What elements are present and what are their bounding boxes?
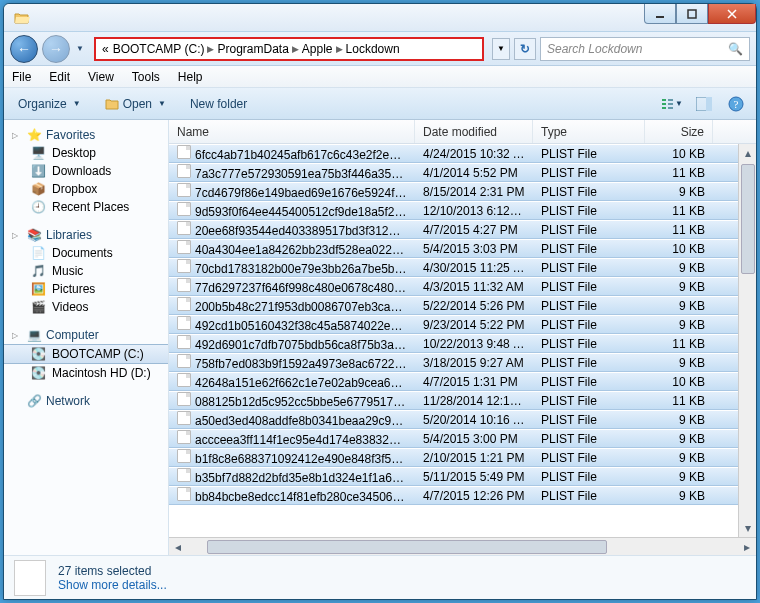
- help-button[interactable]: ?: [724, 93, 748, 115]
- minimize-button[interactable]: [644, 4, 676, 24]
- dropbox-icon: 📦: [30, 182, 46, 196]
- table-row[interactable]: b1f8c8e688371092412e490e848f3f5df38f3...…: [169, 448, 738, 467]
- sidebar-item[interactable]: 📦Dropbox: [4, 180, 168, 198]
- sidebar-item[interactable]: 🖥️Desktop: [4, 144, 168, 162]
- table-row[interactable]: b35bf7d882d2bfd35e8b1d324e1f1a69643...5/…: [169, 467, 738, 486]
- plist-file-icon: [177, 221, 191, 235]
- plist-file-icon: [177, 164, 191, 178]
- svg-rect-1: [688, 10, 696, 18]
- sidebar-item-label: Desktop: [52, 146, 96, 160]
- vertical-scrollbar[interactable]: ▴ ▾: [738, 144, 756, 537]
- svg-rect-0: [656, 16, 664, 18]
- sidebar-item[interactable]: 🕘Recent Places: [4, 198, 168, 216]
- menu-file[interactable]: File: [10, 68, 33, 86]
- search-placeholder: Search Lockdown: [547, 42, 642, 56]
- sidebar-item-label: Documents: [52, 246, 113, 260]
- column-type[interactable]: Type: [533, 120, 645, 143]
- sidebar-item-label: Videos: [52, 300, 88, 314]
- organize-button[interactable]: Organize▼: [12, 95, 87, 113]
- window-controls: [644, 4, 756, 24]
- svg-text:?: ?: [734, 98, 739, 110]
- breadcrumb-part[interactable]: Apple: [300, 42, 335, 56]
- plist-file-icon: [177, 259, 191, 273]
- sidebar[interactable]: ▷⭐Favorites 🖥️Desktop⬇️Downloads📦Dropbox…: [4, 120, 169, 555]
- file-list[interactable]: 6fcc4ab71b40245afb617c6c43e2f2e19c75...4…: [169, 144, 738, 537]
- preview-pane-button[interactable]: [692, 93, 716, 115]
- horizontal-scrollbar[interactable]: ◂ ▸: [169, 537, 756, 555]
- table-row[interactable]: 7a3c777e572930591ea75b3f446a355a1769...4…: [169, 163, 738, 182]
- history-dropdown[interactable]: ▼: [74, 39, 86, 59]
- documents-icon: 📄: [30, 246, 46, 260]
- menu-view[interactable]: View: [86, 68, 116, 86]
- table-row[interactable]: 6fcc4ab71b40245afb617c6c43e2f2e19c75...4…: [169, 144, 738, 163]
- column-headers: Name Date modified Type Size: [169, 120, 756, 144]
- titlebar[interactable]: [4, 4, 756, 32]
- search-input[interactable]: Search Lockdown 🔍: [540, 37, 750, 61]
- sidebar-item[interactable]: 💽BOOTCAMP (C:): [4, 344, 168, 364]
- sidebar-item[interactable]: 🎬Videos: [4, 298, 168, 316]
- sidebar-item[interactable]: 🖼️Pictures: [4, 280, 168, 298]
- table-row[interactable]: 758fb7ed083b9f1592a4973e8ac67228d2e8...3…: [169, 353, 738, 372]
- address-bar[interactable]: « BOOTCAMP (C:)▶ ProgramData▶ Apple▶ Loc…: [94, 37, 484, 61]
- open-button[interactable]: Open▼: [99, 95, 172, 113]
- column-date[interactable]: Date modified: [415, 120, 533, 143]
- forward-button[interactable]: →: [42, 35, 70, 63]
- scroll-right-icon[interactable]: ▸: [738, 539, 756, 555]
- menu-tools[interactable]: Tools: [130, 68, 162, 86]
- table-row[interactable]: 492cd1b05160432f38c45a5874022e14341e...9…: [169, 315, 738, 334]
- address-dropdown[interactable]: ▼: [492, 38, 510, 60]
- plist-file-icon: [177, 354, 191, 368]
- folder-open-icon: [14, 10, 30, 26]
- table-row[interactable]: 088125b12d5c952cc5bbe5e6779517a009...11/…: [169, 391, 738, 410]
- show-more-link[interactable]: Show more details...: [58, 578, 167, 592]
- plist-file-icon: [177, 240, 191, 254]
- table-row[interactable]: 40a4304ee1a84262bb23df528ea0228223d...5/…: [169, 239, 738, 258]
- menu-help[interactable]: Help: [176, 68, 205, 86]
- scroll-up-icon[interactable]: ▴: [740, 144, 756, 162]
- new-folder-button[interactable]: New folder: [184, 95, 253, 113]
- table-row[interactable]: 200b5b48c271f953db0086707eb3ca84c8a...5/…: [169, 296, 738, 315]
- svg-rect-3: [662, 103, 666, 105]
- close-button[interactable]: [708, 4, 756, 24]
- table-row[interactable]: 77d6297237f646f998c480e0678c480d33c6...4…: [169, 277, 738, 296]
- scroll-down-icon[interactable]: ▾: [740, 519, 756, 537]
- menu-edit[interactable]: Edit: [47, 68, 72, 86]
- sidebar-item[interactable]: ⬇️Downloads: [4, 162, 168, 180]
- music-icon: 🎵: [30, 264, 46, 278]
- sidebar-item-label: BOOTCAMP (C:): [52, 347, 144, 361]
- plist-file-icon: [177, 297, 191, 311]
- column-size[interactable]: Size: [645, 120, 713, 143]
- breadcrumb-part[interactable]: BOOTCAMP (C:): [111, 42, 207, 56]
- plist-file-icon: [177, 392, 191, 406]
- back-button[interactable]: ←: [10, 35, 38, 63]
- sidebar-item[interactable]: 📄Documents: [4, 244, 168, 262]
- table-row[interactable]: accceea3ff114f1ec95e4d174e838326c4417...…: [169, 429, 738, 448]
- sidebar-item[interactable]: 🎵Music: [4, 262, 168, 280]
- table-row[interactable]: a50ed3ed408addfe8b0341beaa29c9d17f1...5/…: [169, 410, 738, 429]
- sidebar-item[interactable]: 💽Macintosh HD (D:): [4, 364, 168, 382]
- sidebar-group-network[interactable]: 🔗Network: [4, 392, 168, 410]
- network-icon: 🔗: [26, 394, 42, 408]
- sidebar-group-favorites[interactable]: ▷⭐Favorites: [4, 126, 168, 144]
- column-name[interactable]: Name: [169, 120, 415, 143]
- recent-icon: 🕘: [30, 200, 46, 214]
- table-row[interactable]: bb84bcbe8edcc14f81efb280ce34506d9b0...4/…: [169, 486, 738, 505]
- table-row[interactable]: 70cbd1783182b00e79e3bb26a7be5ba980...4/3…: [169, 258, 738, 277]
- refresh-button[interactable]: ↻: [514, 38, 536, 60]
- breadcrumb-part[interactable]: Lockdown: [344, 42, 402, 56]
- breadcrumb-part[interactable]: ProgramData: [215, 42, 290, 56]
- scroll-left-icon[interactable]: ◂: [169, 539, 187, 555]
- sidebar-group-libraries[interactable]: ▷📚Libraries: [4, 226, 168, 244]
- sidebar-group-computer[interactable]: ▷💻Computer: [4, 326, 168, 344]
- table-row[interactable]: 42648a151e62f662c1e7e02ab9cea6bf8a40...4…: [169, 372, 738, 391]
- maximize-button[interactable]: [676, 4, 708, 24]
- scroll-thumb[interactable]: [207, 540, 607, 554]
- table-row[interactable]: 9d593f0f64ee445400512cf9de18a5f2abeec...…: [169, 201, 738, 220]
- scroll-thumb[interactable]: [741, 164, 755, 274]
- view-options-button[interactable]: ▼: [660, 93, 684, 115]
- plist-file-icon: [177, 202, 191, 216]
- table-row[interactable]: 20ee68f93544ed403389517bd3f31243d25b...4…: [169, 220, 738, 239]
- plist-file-icon: [177, 468, 191, 482]
- table-row[interactable]: 492d6901c7dfb7075bdb56ca8f75b3a2e04...10…: [169, 334, 738, 353]
- table-row[interactable]: 7cd4679f86e149baed69e1676e5924fc8110...8…: [169, 182, 738, 201]
